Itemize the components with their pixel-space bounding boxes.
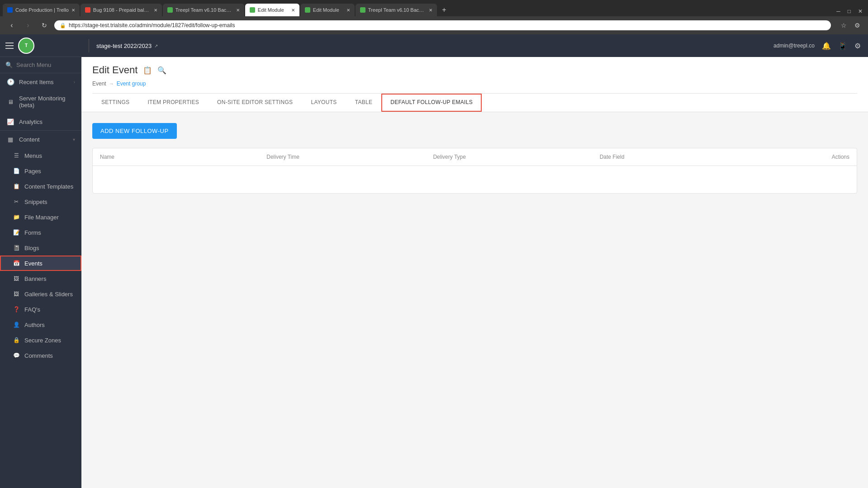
sidebar-item-label: Forms: [24, 229, 41, 236]
treepl-favicon: [360, 7, 365, 13]
sidebar-search[interactable]: 🔍 Search Menu: [0, 57, 81, 73]
main-content: Edit Event 📋 🔍 Event → Event group SETTI…: [81, 57, 868, 488]
sidebar-sub-item-galleries[interactable]: 🖼 Galleries & Sliders: [0, 286, 81, 302]
tab-close-icon[interactable]: ✕: [291, 8, 295, 13]
sidebar-sub-item-banners[interactable]: 🖼 Banners: [0, 271, 81, 286]
col-name: Name: [100, 154, 266, 160]
copy-icon[interactable]: 📋: [143, 66, 152, 75]
tab-close-icon[interactable]: ✕: [429, 8, 432, 13]
events-icon: 📅: [13, 260, 20, 267]
tab-on-site-editor[interactable]: ON-SITE EDITOR SETTINGS: [208, 94, 302, 112]
tab-table[interactable]: TABLE: [346, 94, 382, 112]
forward-button[interactable]: ›: [22, 19, 34, 32]
star-icon[interactable]: ☆: [838, 20, 849, 31]
tab-title: Treepl Team v6.10 Backlog - Boa...: [368, 7, 426, 13]
sidebar-item-label: Analytics: [19, 118, 75, 125]
sidebar-sub-item-content-templates[interactable]: 📋 Content Templates: [0, 179, 81, 194]
extensions-icon[interactable]: ⚙: [852, 20, 863, 31]
sidebar-item-server-monitoring[interactable]: 🖥 Server Monitoring (beta): [0, 90, 81, 113]
sidebar-item-recent-items[interactable]: 🕐 Recent Items ›: [0, 73, 81, 90]
browser-tab-edit-module-active[interactable]: Edit Module ✕: [245, 4, 299, 16]
table-body: [93, 166, 857, 193]
back-button[interactable]: ‹: [5, 19, 18, 32]
add-new-follow-up-button[interactable]: ADD NEW FOLLOW-UP: [92, 123, 177, 139]
sidebar-item-content[interactable]: ▦ Content ▾: [0, 130, 81, 148]
banners-icon: 🖼: [13, 275, 20, 282]
tab-item-properties[interactable]: ITEM PROPERTIES: [138, 94, 208, 112]
user-email: admin@treepl.co: [773, 43, 815, 49]
notifications-icon[interactable]: 🔔: [822, 42, 831, 50]
sidebar-sub-item-secure-zones[interactable]: 🔒 Secure Zones: [0, 332, 81, 348]
tab-close-icon[interactable]: ✕: [71, 8, 75, 13]
hamburger-menu[interactable]: [5, 43, 14, 49]
app-logo: T: [18, 38, 34, 54]
tab-title: Treepl Team v6.10 Backlog - Boa...: [175, 7, 233, 13]
browser-tab-gmail[interactable]: Bug 9108 - Prepaid balance imp... ✕: [81, 4, 162, 16]
comments-icon: 💬: [13, 352, 20, 359]
tab-close-icon[interactable]: ✕: [154, 8, 157, 13]
site-name-link[interactable]: stage-test 2022/2023 ↗: [96, 43, 158, 49]
recent-items-icon: 🕐: [6, 78, 14, 86]
sidebar-sub-item-menus[interactable]: ☰ Menus: [0, 148, 81, 163]
tab-settings[interactable]: SETTINGS: [92, 94, 138, 112]
settings-icon[interactable]: ⚙: [854, 42, 861, 50]
sidebar-sub-item-authors[interactable]: 👤 Authors: [0, 317, 81, 332]
sidebar-item-label: Events: [24, 260, 43, 267]
minimize-button[interactable]: ─: [834, 8, 843, 14]
lock-icon: 🔒: [60, 23, 66, 28]
faqs-icon: ❓: [13, 306, 20, 313]
breadcrumb-arrow-icon: →: [109, 81, 114, 86]
sidebar-sub-item-pages[interactable]: 📄 Pages: [0, 163, 81, 179]
tab-layouts[interactable]: LAYOUTS: [302, 94, 346, 112]
sidebar-sub-item-forms[interactable]: 📝 Forms: [0, 225, 81, 240]
sidebar-item-label: Recent Items: [19, 79, 69, 85]
sidebar-sub-item-comments[interactable]: 💬 Comments: [0, 348, 81, 363]
sidebar-item-label: Server Monitoring (beta): [19, 95, 75, 109]
reload-button[interactable]: ↻: [38, 19, 51, 32]
browser-tab-treepl2[interactable]: Treepl Team v6.10 Backlog - Boa... ✕: [356, 4, 437, 16]
browser-action-extensions: ☆ ⚙: [838, 20, 863, 31]
sidebar-item-label: Comments: [24, 352, 53, 359]
tab-default-follow-up-emails[interactable]: DEFAULT FOLLOW-UP EMAILS: [381, 94, 482, 112]
sidebar-item-analytics[interactable]: 📈 Analytics: [0, 113, 81, 130]
tab-title: Code Production | Trello: [15, 7, 69, 13]
data-table: Name Delivery Time Delivery Type Date Fi…: [92, 148, 857, 194]
gmail-favicon: [85, 7, 90, 13]
sidebar-sub-item-blogs[interactable]: 📓 Blogs: [0, 240, 81, 256]
url-text: https://stage-test.trialsite.co/admin/mo…: [69, 22, 235, 28]
url-bar[interactable]: 🔒 https://stage-test.trialsite.co/admin/…: [54, 20, 831, 30]
sidebar-sub-item-snippets[interactable]: ✂ Snippets: [0, 194, 81, 209]
new-tab-button[interactable]: +: [438, 4, 451, 16]
topbar: T: [0, 34, 81, 57]
col-actions: Actions: [766, 154, 849, 160]
tab-title: Edit Module: [313, 7, 344, 13]
tab-close-icon[interactable]: ✕: [346, 8, 350, 13]
responsive-icon[interactable]: 📱: [838, 42, 847, 50]
authors-icon: 👤: [13, 321, 20, 328]
zoom-icon[interactable]: 🔍: [157, 66, 166, 75]
browser-tab-treepl1[interactable]: Treepl Team v6.10 Backlog - Boa... ✕: [163, 4, 244, 16]
content-templates-icon: 📋: [13, 183, 20, 190]
sidebar-sub-item-faqs[interactable]: ❓ FAQ's: [0, 302, 81, 317]
content-icon: ▦: [6, 135, 14, 143]
address-bar: ‹ › ↻ 🔒 https://stage-test.trialsite.co/…: [0, 16, 868, 34]
sidebar-item-label: Galleries & Sliders: [24, 291, 73, 298]
chevron-right-icon: ›: [74, 80, 75, 85]
sidebar-sub-item-file-manager[interactable]: 📁 File Manager: [0, 209, 81, 225]
page-title: Edit Event: [92, 64, 138, 76]
main-header: Edit Event 📋 🔍 Event → Event group SETTI…: [81, 57, 868, 112]
close-button[interactable]: ✕: [855, 8, 865, 14]
file-manager-icon: 📁: [13, 213, 20, 221]
browser-tab-edit-module2[interactable]: Edit Module ✕: [300, 4, 355, 16]
snippets-icon: ✂: [13, 198, 20, 205]
sidebar-item-label: Content Templates: [24, 183, 73, 190]
forms-icon: 📝: [13, 229, 20, 236]
treepl-favicon: [250, 7, 255, 13]
maximize-button[interactable]: □: [845, 8, 854, 14]
col-delivery-time: Delivery Time: [266, 154, 433, 160]
browser-tab-trello[interactable]: Code Production | Trello ✕: [3, 4, 80, 16]
tab-close-icon[interactable]: ✕: [236, 8, 240, 13]
sidebar-sub-item-events[interactable]: 📅 Events: [0, 256, 81, 271]
external-link-icon: ↗: [154, 43, 158, 48]
breadcrumb-event-group[interactable]: Event group: [117, 81, 146, 87]
